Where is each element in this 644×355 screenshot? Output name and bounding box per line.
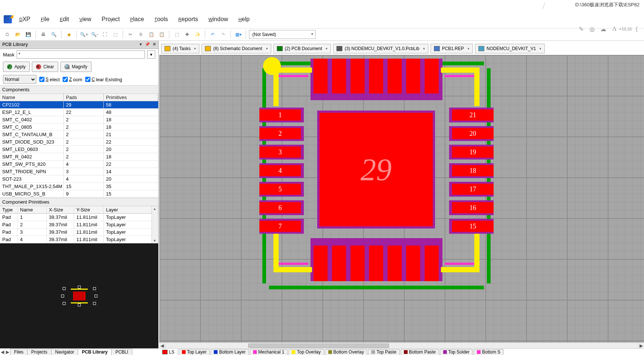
tab-pcbli[interactable]: PCBLI: [111, 349, 132, 355]
tab-projects[interactable]: Projects: [27, 349, 51, 355]
primitive-row[interactable]: Pad339.37mil11.811milTopLayer: [0, 229, 158, 236]
primitive-row[interactable]: Pad139.37mil11.811milTopLayer: [0, 214, 158, 221]
grid-icon[interactable]: ▦▾: [234, 30, 243, 39]
layer-tab[interactable]: Mechanical 1: [250, 349, 288, 355]
col-pads[interactable]: Pads: [64, 94, 104, 101]
center-pad[interactable]: 29: [317, 111, 435, 229]
tab-files[interactable]: Files: [10, 349, 27, 355]
document-tab[interactable]: (4) Tasks▾: [161, 44, 199, 53]
pcol-layer[interactable]: Layer: [104, 206, 158, 213]
undo-icon[interactable]: ↶: [208, 30, 217, 39]
tab-pcb-library[interactable]: PCB Library: [78, 349, 112, 355]
pcol-name[interactable]: Name: [18, 206, 47, 213]
tab-navigator[interactable]: Navigator: [51, 349, 78, 355]
menu-edit[interactable]: Edit: [54, 14, 74, 25]
paste-multi-icon[interactable]: 📋: [157, 30, 166, 39]
new-icon[interactable]: 🗋: [3, 30, 12, 39]
pcol-y[interactable]: Y-Size: [74, 206, 104, 213]
menu-reports[interactable]: Reports: [173, 14, 203, 25]
pad[interactable]: 21: [452, 109, 494, 121]
primitives-table[interactable]: Type Name X-Size Y-Size Layer Pad139.37m…: [0, 206, 158, 243]
move-icon[interactable]: ✚: [183, 30, 192, 39]
component-row[interactable]: SMT_LED_0603220: [0, 146, 158, 153]
document-tab[interactable]: (2) PCB Document▾: [273, 44, 331, 53]
pad[interactable]: 1: [259, 109, 301, 121]
layers-icon[interactable]: ◆: [64, 30, 73, 39]
component-row[interactable]: CP21022958: [0, 101, 158, 109]
menu-file[interactable]: File: [36, 14, 54, 25]
primitive-row[interactable]: Pad439.37mil11.811milTopLayer: [0, 236, 158, 243]
component-row[interactable]: THT_MALE_P_1X15-2.54M1535: [0, 183, 158, 190]
pad[interactable]: 5: [259, 184, 301, 195]
document-tab[interactable]: (8) Schematic Document▾: [202, 44, 271, 53]
mode-select[interactable]: Normal: [3, 75, 36, 84]
tabs-right-icon[interactable]: ▶: [5, 349, 10, 355]
mask-input[interactable]: [17, 50, 145, 59]
layer-tab[interactable]: Top Paste: [368, 349, 399, 355]
redo-icon[interactable]: ↷: [219, 30, 228, 39]
apply-button[interactable]: ✓Apply: [3, 62, 30, 72]
menu-window[interactable]: Window: [203, 14, 233, 25]
snap-combo[interactable]: (Not Saved): [249, 30, 316, 39]
select-rect-icon[interactable]: ⬚: [172, 30, 181, 39]
zoom-area-icon[interactable]: ⬚: [111, 30, 120, 39]
layer-tab[interactable]: Bottom Layer: [210, 349, 249, 355]
component-row[interactable]: USB_MICRO_5S_B915: [0, 190, 158, 198]
pcol-x[interactable]: X-Size: [47, 206, 74, 213]
pad[interactable]: 19: [452, 147, 494, 158]
clear-existing-checkbox[interactable]: Clear Existing: [85, 77, 122, 82]
deselect-icon[interactable]: ✨: [193, 30, 202, 39]
component-row[interactable]: SMT_C_TANTALUM_B221: [0, 131, 158, 138]
layer-set-button[interactable]: LS: [159, 349, 178, 355]
component-row[interactable]: SMT_R_0402218: [0, 153, 158, 161]
layer-tab[interactable]: Top Overlay: [288, 349, 324, 355]
zoom-out-icon[interactable]: 🔍-: [90, 30, 99, 39]
primitive-row[interactable]: Pad239.37mil11.811milTopLayer: [0, 221, 158, 229]
layer-tab[interactable]: Top Layer: [179, 349, 210, 355]
pad[interactable]: 16: [452, 202, 494, 213]
footprint[interactable]: 12345672120191817161529: [259, 59, 494, 293]
pad[interactable]: 15: [452, 221, 494, 232]
menu-tools[interactable]: Tools: [149, 14, 173, 25]
pad[interactable]: 6: [259, 202, 301, 213]
mask-dropdown[interactable]: ▾: [147, 50, 155, 59]
magnify-button[interactable]: 🔍Magnify: [60, 62, 92, 72]
paste-icon[interactable]: 📋: [147, 30, 156, 39]
canvas-h-scrollbar[interactable]: ◀ ▶: [159, 342, 644, 348]
component-row[interactable]: SMT_C_0402218: [0, 116, 158, 124]
zoom-checkbox[interactable]: Zoom: [63, 77, 82, 82]
scroll-thumb[interactable]: [248, 344, 389, 348]
pad[interactable]: 7: [259, 221, 301, 232]
pcol-type[interactable]: Type: [0, 206, 18, 213]
component-row[interactable]: SMT_DIODE_SOD_323222: [0, 138, 158, 146]
menu-view[interactable]: View: [74, 14, 96, 25]
print-icon[interactable]: 🖶: [39, 30, 48, 39]
menu-dxp[interactable]: DXP: [14, 14, 36, 25]
pcb-canvas[interactable]: 12345672120191817161529: [159, 55, 644, 348]
zoom-fit-icon[interactable]: ⛶: [100, 30, 109, 39]
scroll-left-icon[interactable]: ◀: [159, 343, 165, 349]
components-table[interactable]: Name Pads Primitives CP21022958ESP_12_E_…: [0, 94, 158, 198]
panel-close-icon[interactable]: ✕: [152, 42, 157, 47]
pad[interactable]: 2: [259, 128, 301, 139]
component-row[interactable]: SOT-223420: [0, 175, 158, 183]
clear-button[interactable]: ✕Clear: [32, 62, 58, 72]
panel-pin-icon[interactable]: 📌: [145, 42, 150, 47]
document-tab[interactable]: (3) NODEMCU_DEVKIT_V1.0.PcbLib▾: [333, 44, 428, 53]
zoom-in-icon[interactable]: 🔍+: [80, 30, 89, 39]
component-row[interactable]: SMT_SW_PTS_820422: [0, 161, 158, 168]
component-row[interactable]: ESP_12_E_L2248: [0, 109, 158, 116]
pad[interactable]: 17: [452, 184, 494, 195]
document-tab[interactable]: NODEMCU_DEVKIT_V1▾: [475, 44, 545, 53]
layer-tab[interactable]: Top Solder: [440, 349, 473, 355]
panel-dropdown-icon[interactable]: ▾: [138, 42, 143, 47]
pad[interactable]: 18: [452, 165, 494, 176]
primitives-scrollbar[interactable]: [152, 206, 157, 243]
copy-icon[interactable]: ⎘: [136, 30, 145, 39]
pad[interactable]: 4: [259, 165, 301, 176]
document-tab[interactable]: PCB1.REP▾: [431, 44, 473, 53]
save-icon[interactable]: 💾: [24, 30, 33, 39]
layer-tab[interactable]: Bottom Overlay: [325, 349, 368, 355]
component-row[interactable]: SMT_TRIODE_NPN314: [0, 168, 158, 175]
select-checkbox[interactable]: Select: [39, 77, 60, 82]
